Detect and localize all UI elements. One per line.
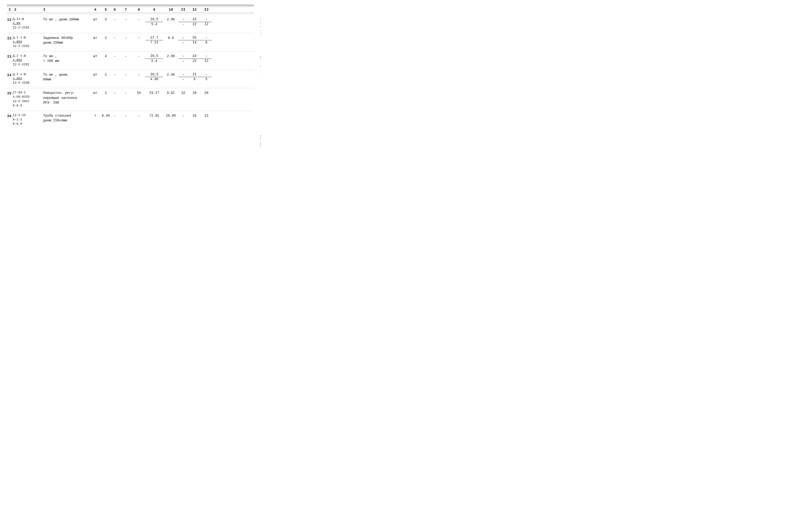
row-description: То же , = I00 мм	[43, 54, 89, 63]
vertical-label-2: Альбом VI	[260, 56, 261, 73]
col-header-8: 8	[132, 8, 145, 12]
row-c9: I0,5 5.4	[145, 17, 163, 27]
row-description: То же , диам.100мм	[43, 17, 89, 22]
col-header-7: 7	[119, 8, 132, 12]
table-row: I6. I2-У-I5 К-I-I К-0.9 Труба стальная д…	[7, 111, 254, 129]
row-c8: –	[132, 113, 145, 118]
row-reference: Ц.Iч.Ш п.80 I2-У-2I9I	[12, 17, 43, 30]
row-c8: –	[132, 17, 145, 22]
row-c10: 2.96	[163, 17, 178, 22]
row-c10: 9.8I	[163, 90, 178, 95]
row-c11: –	[178, 113, 188, 118]
row-description: Задвижка ЗОч6бр диам.I50мм	[43, 35, 89, 45]
row-description: Труба стальная диам.I59х4мм	[43, 113, 89, 123]
row-c7: –	[119, 35, 132, 40]
page-container: I 2 3 4 5 6 7 8 9 10 II I2 I3 II. Ц.Iч.Ш…	[7, 5, 254, 129]
row-c5: 2	[101, 35, 110, 40]
row-c6: –	[110, 72, 119, 77]
col-header-13: I3	[201, 8, 212, 12]
row-c11: – –	[178, 54, 188, 63]
row-number: I6.	[7, 113, 12, 119]
row-number: I3.	[7, 54, 12, 59]
row-c7: –	[119, 17, 132, 22]
row-c6: –	[110, 17, 119, 22]
row-c7: –	[119, 113, 132, 118]
row-reference: Ц.I ч.Ш п.802 I2-У-2I9I	[12, 54, 43, 67]
row-unit: шт	[89, 72, 101, 77]
row-c11: 32	[178, 90, 188, 95]
col-header-2: 2	[12, 8, 43, 12]
col-header-6: 6	[110, 8, 119, 12]
row-c9: 7I.82	[145, 113, 163, 118]
row-number: I5.	[7, 90, 12, 96]
row-c5: 4	[101, 17, 110, 22]
row-unit: шт	[89, 35, 101, 40]
col-header-1: I	[7, 8, 12, 12]
row-unit: шт	[89, 90, 101, 95]
row-c5: 4	[101, 54, 110, 59]
row-c12: 2I 9	[188, 72, 201, 82]
row-c8: I6	[132, 90, 145, 95]
row-c13: – I2	[201, 54, 212, 63]
row-c12: 42 22	[188, 17, 201, 27]
vertical-label-5: 457/487	[260, 135, 261, 148]
row-c8: –	[132, 72, 145, 77]
row-c12: 33	[188, 113, 201, 118]
table-row: II. Ц.Iч.Ш п.80 I2-У-2I9I То же , диам.1…	[7, 14, 254, 32]
row-description: Поворотно- регу- лирующая заслонка ПРЭ- …	[43, 90, 89, 105]
row-c11: – –	[178, 35, 188, 45]
content-area: I 2 3 4 5 6 7 8 9 10 II I2 I3 II. Ц.Iч.Ш…	[7, 5, 254, 129]
row-c13: I3	[201, 113, 212, 118]
row-reference: I2-У-I5 К-I-I К-0.9	[12, 113, 43, 126]
row-reference: I7-04-I п.09-03IO I2-У-2847 К-0.9	[12, 90, 43, 108]
row-number: I4.	[7, 72, 12, 78]
row-number: II.	[7, 17, 12, 23]
row-c13: 20	[201, 90, 212, 95]
row-number: I2.	[7, 35, 12, 41]
table-row: I4. Ц.I ч.Ш п.80I I2-У-2I90 То же , диам…	[7, 70, 254, 88]
row-c11: – –	[178, 72, 188, 82]
row-reference: Ц.I ч.Ш п.804 I2-У-2I92	[12, 35, 43, 48]
row-description: То же , диам. 80мм	[43, 72, 89, 82]
row-c13: – 8	[201, 35, 212, 45]
row-c9: 27.7 7.I3	[145, 35, 163, 45]
vertical-label-1: 902-2-249	[260, 18, 261, 35]
table-row: I2. Ц.I ч.Ш п.804 I2-У-2I92 Задвижка ЗОч…	[7, 33, 254, 51]
row-c13: – I2	[201, 17, 212, 27]
col-header-9: 9	[145, 8, 163, 12]
col-header-5: 5	[101, 8, 110, 12]
row-c7: –	[119, 72, 132, 77]
col-header-3: 3	[43, 8, 89, 12]
row-c9: I0,5 4.36	[145, 72, 163, 82]
row-c10: 2.46	[163, 72, 178, 77]
row-c8: –	[132, 35, 145, 40]
row-c10: 8.9	[163, 35, 178, 40]
row-c5: 2	[101, 90, 110, 95]
row-c12: 28	[188, 90, 201, 95]
row-c6: –	[110, 54, 119, 59]
table-row: I5. I7-04-I п.09-03IO I2-У-2847 К-0.9 По…	[7, 88, 254, 110]
row-c11: – –	[178, 17, 188, 27]
col-header-12: I2	[188, 8, 201, 12]
row-c6: –	[110, 90, 119, 95]
row-c5: 2	[101, 72, 110, 77]
row-c10: 2.96	[163, 54, 178, 59]
row-c10: 28.89	[163, 113, 178, 118]
row-c12: 42 22	[188, 54, 201, 63]
row-c9: I9.I7	[145, 90, 163, 95]
row-c7: –	[119, 54, 132, 59]
vertical-text-panel: 902-2-249 Альбом VI 457/487	[256, 17, 261, 141]
row-c6: –	[110, 113, 119, 118]
row-c7: –	[119, 90, 132, 95]
row-unit: т	[89, 113, 101, 118]
row-c8: –	[132, 54, 145, 59]
row-c9: I0,5 5.4	[145, 54, 163, 63]
row-c6: –	[110, 35, 119, 40]
row-reference: Ц.I ч.Ш п.80I I2-У-2I90	[12, 72, 43, 85]
row-c5: 0.46	[101, 113, 110, 118]
row-c12: 55 I4	[188, 35, 201, 45]
col-header-11: II	[178, 8, 188, 12]
row-c13: – 5	[201, 72, 212, 82]
row-unit: шт	[89, 17, 101, 22]
row-unit: шт	[89, 54, 101, 59]
